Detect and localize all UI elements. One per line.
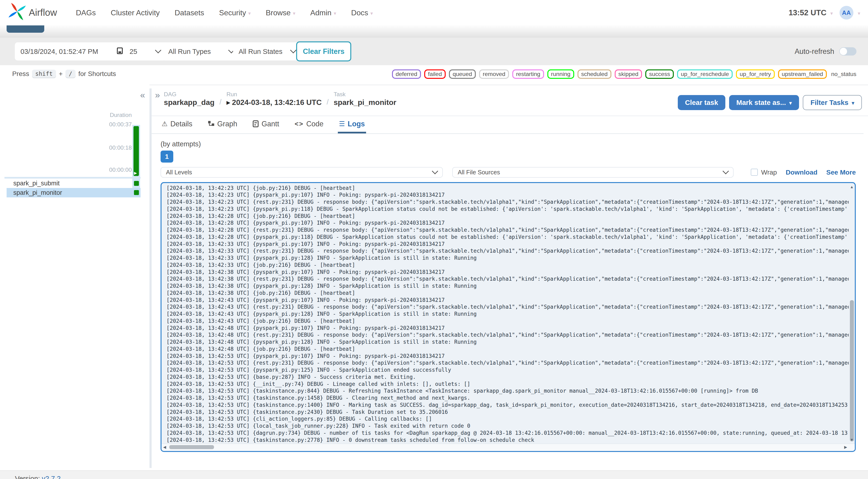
clear-task-button[interactable]: Clear task: [678, 95, 725, 110]
nav-item-docs[interactable]: Docs▾: [351, 8, 373, 17]
horizontal-scrollbar[interactable]: ◀ ▶: [161, 444, 855, 451]
state-badge[interactable]: running: [547, 69, 574, 79]
tab-graph[interactable]: Graph: [207, 116, 238, 133]
download-link[interactable]: Download: [786, 168, 817, 176]
sidebar-item-spark-pi-monitor[interactable]: spark_pi_monitor: [7, 188, 141, 197]
log-line: [2024-03-18, 13:42:28 UTC] {job.py:216} …: [166, 213, 849, 220]
tab-gantt[interactable]: Gantt: [252, 116, 280, 133]
log-line: [2024-03-18, 13:42:43 UTC] {rest.py:231}…: [166, 304, 849, 311]
see-more-link[interactable]: See More: [826, 168, 856, 176]
task-instance-square-submit[interactable]: [134, 181, 139, 186]
nav-right: 13:52 UTC▾ AA ▾: [789, 0, 860, 25]
state-badge[interactable]: up_for_reschedule: [677, 69, 733, 79]
scroll-right-icon[interactable]: ▶: [844, 445, 847, 449]
version-link[interactable]: v2.7.2: [42, 475, 61, 479]
tab-logs[interactable]: ☰ Logs: [338, 116, 366, 133]
user-menu[interactable]: AA ▾: [839, 6, 860, 20]
duration-tick: 00:00:37: [109, 121, 132, 128]
state-badge[interactable]: scheduled: [578, 69, 611, 79]
log-line: [2024-03-18, 13:42:48 UTC] {rest.py:231}…: [166, 331, 849, 339]
tab-bar: ⚠ Details Graph Gantt <> C: [152, 116, 864, 134]
vertical-scroll-thumb[interactable]: [850, 300, 854, 441]
airflow-brand[interactable]: Airflow: [8, 2, 57, 23]
footer: Version: v2.7.2: [0, 470, 868, 479]
vertical-scrollbar[interactable]: ▲ ▼: [849, 183, 855, 444]
nav-item-cluster-activity[interactable]: Cluster Activity: [111, 8, 160, 17]
mark-state-button[interactable]: Mark state as...▾: [729, 95, 799, 110]
state-badge[interactable]: success: [645, 69, 674, 79]
state-badge[interactable]: restarting: [512, 69, 544, 79]
nav-item-admin[interactable]: Admin▾: [310, 8, 336, 17]
breadcrumb-separator: /: [327, 98, 329, 107]
run-states-select[interactable]: All Run States: [233, 42, 301, 61]
calendar-icon[interactable]: [117, 47, 123, 56]
airflow-logo-icon: [8, 2, 27, 23]
nav-item-dags[interactable]: DAGs: [76, 8, 96, 17]
chevron-down-icon: [722, 168, 729, 174]
log-controls: All Levels All File Sources Wrap Downloa…: [160, 167, 856, 178]
sidebar-item-spark-pi-submit[interactable]: spark_pi_submit: [7, 179, 141, 188]
page-size-select[interactable]: 25: [124, 42, 166, 61]
manual-run-icon: ▶: [226, 98, 230, 107]
state-badge[interactable]: upstream_failed: [778, 69, 827, 79]
horizontal-scroll-thumb[interactable]: [169, 445, 214, 449]
scroll-left-icon[interactable]: ◀: [163, 445, 166, 449]
tab-code[interactable]: <> Code: [293, 116, 324, 133]
log-line: [2024-03-18, 13:42:38 UTC] {pyspark_pi.p…: [166, 269, 849, 276]
breadcrumb-task[interactable]: Task spark_pi_monitor: [334, 91, 396, 107]
clock-dropdown[interactable]: 13:52 UTC▾: [789, 8, 833, 17]
tab-details[interactable]: ⚠ Details: [160, 116, 193, 133]
expand-panel-icon[interactable]: »: [155, 90, 160, 100]
panel-divider[interactable]: [150, 89, 152, 468]
breadcrumb-run[interactable]: Run ▶2024-03-18, 13:42:16 UTC: [226, 91, 321, 107]
nav-item-datasets[interactable]: Datasets: [175, 8, 204, 17]
task-instance-square-monitor[interactable]: [134, 190, 139, 195]
log-line: [2024-03-18, 13:42:33 UTC] {pyspark_pi.p…: [166, 241, 849, 248]
base-date-input[interactable]: 03/18/2024, 01:52:47 PM: [15, 42, 128, 61]
content: « Duration 00:00:37 00:00:18 00:00:00 ▶ …: [0, 85, 868, 470]
run-types-select[interactable]: All Run Types: [162, 42, 240, 61]
auto-refresh-control: Auto-refresh: [795, 47, 856, 56]
log-line: [2024-03-18, 13:42:43 UTC] {pyspark_pi.p…: [166, 311, 849, 318]
chevron-down-icon: ▾: [248, 10, 251, 16]
grid-view-button-partial[interactable]: [7, 25, 44, 33]
log-line: [2024-03-18, 13:42:53 UTC] {taskinstance…: [166, 402, 849, 409]
state-badge[interactable]: skipped: [615, 69, 642, 79]
log-line: [2024-03-18, 13:42:23 UTC] {pyspark_pi.p…: [166, 192, 849, 198]
manual-run-marker-icon: ▶: [134, 171, 137, 175]
log-line: [2024-03-18, 13:42:28 UTC] {pyspark_pi.p…: [166, 234, 849, 241]
collapse-sidebar-icon[interactable]: «: [140, 90, 145, 100]
clear-filters-button[interactable]: Clear Filters: [296, 41, 351, 62]
state-badge[interactable]: queued: [449, 69, 476, 79]
auto-refresh-toggle[interactable]: [839, 47, 857, 56]
log-line: [2024-03-18, 13:42:53 UTC] {__init__.py:…: [166, 381, 849, 388]
chevron-down-icon: ▾: [858, 10, 860, 16]
scroll-up-icon[interactable]: ▲: [850, 185, 854, 189]
log-line: [2024-03-18, 13:42:43 UTC] {pyspark_pi.p…: [166, 297, 849, 304]
navbar: Airflow DAGs Cluster Activity Datasets S…: [0, 0, 868, 25]
logs-icon: ☰: [339, 120, 345, 128]
filter-tasks-button[interactable]: Filter Tasks▾: [803, 95, 862, 110]
wrap-checkbox[interactable]: [751, 169, 758, 176]
attempt-1-button[interactable]: 1: [160, 151, 173, 163]
log-line: [2024-03-18, 13:42:48 UTC] {pyspark_pi.p…: [166, 339, 849, 346]
grid-sidebar: « Duration 00:00:37 00:00:18 00:00:00 ▶ …: [0, 85, 150, 470]
file-source-select[interactable]: All File Sources: [452, 167, 734, 178]
log-line: [2024-03-18, 13:42:43 UTC] {job.py:216} …: [166, 318, 849, 325]
state-badge[interactable]: failed: [424, 69, 445, 79]
chevron-down-icon: ▾: [370, 10, 373, 16]
breadcrumb-dag[interactable]: DAG sparkapp_dag: [164, 91, 214, 107]
gantt-icon: [253, 120, 259, 128]
log-level-select[interactable]: All Levels: [160, 167, 443, 178]
scroll-down-icon[interactable]: ▼: [850, 438, 854, 442]
nav-item-browse[interactable]: Browse▾: [266, 8, 296, 17]
nav-item-security[interactable]: Security▾: [219, 8, 251, 17]
dag-run-duration-bar[interactable]: ▶: [133, 126, 139, 176]
state-badge[interactable]: deferred: [392, 69, 421, 79]
log-line: [2024-03-18, 13:42:33 UTC] {pyspark_pi.p…: [166, 255, 849, 262]
state-badge[interactable]: no_status: [830, 69, 857, 79]
state-badge[interactable]: removed: [479, 69, 509, 79]
subnav-gradient: [0, 25, 868, 38]
state-badge[interactable]: up_for_retry: [736, 69, 775, 79]
chevron-down-icon: [290, 47, 297, 54]
